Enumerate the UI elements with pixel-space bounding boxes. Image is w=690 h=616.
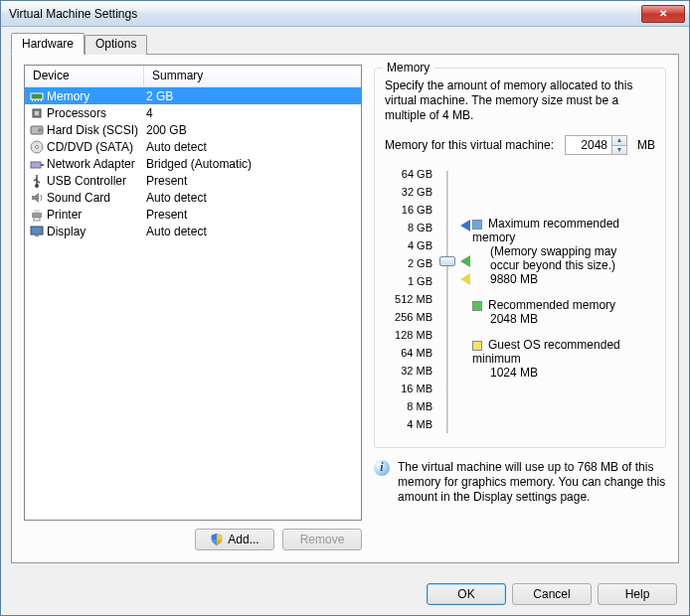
- usb-icon: [29, 173, 45, 189]
- cancel-button[interactable]: Cancel: [512, 583, 592, 605]
- memory-input[interactable]: [566, 136, 611, 154]
- tick-label: 1 GB: [385, 276, 432, 294]
- device-summary: Present: [144, 208, 357, 222]
- svg-rect-14: [32, 213, 42, 218]
- slider-thumb[interactable]: [439, 256, 455, 266]
- svg-point-10: [36, 145, 39, 148]
- svg-rect-3: [38, 99, 39, 101]
- header-summary[interactable]: Summary: [144, 66, 361, 86]
- tick-label: 128 MB: [385, 330, 432, 348]
- slider-area: 64 GB 32 GB 16 GB 8 GB 4 GB 2 GB 1 GB 51…: [385, 169, 655, 437]
- memory-unit: MB: [637, 138, 655, 152]
- device-summary: Present: [144, 174, 357, 188]
- display-icon: [29, 224, 45, 239]
- svg-rect-12: [41, 164, 44, 166]
- svg-rect-6: [35, 111, 39, 115]
- hdd-icon: [29, 122, 45, 138]
- memory-spinner[interactable]: ▲ ▼: [565, 135, 627, 155]
- device-name: Hard Disk (SCSI): [47, 123, 144, 137]
- footer: OK Cancel Help: [1, 573, 689, 615]
- help-button[interactable]: Help: [598, 583, 677, 605]
- left-pane: Device Summary Memory2 GBProcessors4Hard…: [24, 65, 362, 550]
- legend-max: Maximum recommended memory (Memory swapp…: [472, 217, 655, 286]
- tab-options[interactable]: Options: [85, 35, 147, 55]
- memory-group: Memory Specify the amount of memory allo…: [374, 68, 666, 448]
- list-item-usb-controller[interactable]: USB ControllerPresent: [25, 172, 361, 189]
- device-name: CD/DVD (SATA): [47, 140, 144, 154]
- list-body: Memory2 GBProcessors4Hard Disk (SCSI)200…: [25, 87, 361, 520]
- square-rec-icon: [472, 301, 482, 311]
- tab-body: Device Summary Memory2 GBProcessors4Hard…: [11, 54, 679, 563]
- spin-down[interactable]: ▼: [611, 146, 626, 155]
- list-item-processors[interactable]: Processors4: [25, 104, 361, 121]
- list-item-cd-dvd-sata-[interactable]: CD/DVD (SATA)Auto detect: [25, 138, 361, 155]
- info-text: The virtual machine will use up to 768 M…: [398, 460, 666, 505]
- memory-icon: [29, 88, 45, 104]
- right-pane: Memory Specify the amount of memory allo…: [374, 65, 666, 550]
- cpu-icon: [29, 105, 45, 121]
- device-name: Sound Card: [47, 191, 144, 205]
- list-item-memory[interactable]: Memory2 GB: [25, 87, 361, 104]
- tick-label: 512 MB: [385, 294, 432, 312]
- spin-buttons: ▲ ▼: [611, 136, 626, 154]
- tick-label: 8 GB: [385, 223, 432, 240]
- device-summary: Auto detect: [144, 191, 357, 205]
- close-button[interactable]: ✕: [641, 5, 685, 23]
- header-device[interactable]: Device: [25, 66, 144, 86]
- tick-label: 64 GB: [385, 169, 432, 187]
- list-item-display[interactable]: DisplayAuto detect: [25, 223, 361, 239]
- device-summary: Bridged (Automatic): [144, 157, 357, 171]
- device-summary: Auto detect: [144, 225, 357, 238]
- add-button[interactable]: Add...: [195, 529, 274, 550]
- tick-label: 4 GB: [385, 240, 432, 258]
- memory-row: Memory for this virtual machine: ▲ ▼ MB: [385, 135, 655, 155]
- svg-rect-0: [31, 93, 43, 99]
- spin-up[interactable]: ▲: [611, 136, 626, 146]
- device-name: Printer: [47, 208, 144, 222]
- device-list: Device Summary Memory2 GBProcessors4Hard…: [24, 65, 362, 521]
- add-label: Add...: [228, 533, 259, 546]
- slider-track[interactable]: [438, 169, 456, 437]
- list-item-printer[interactable]: PrinterPresent: [25, 206, 361, 223]
- device-name: USB Controller: [47, 174, 144, 188]
- titlebar[interactable]: Virtual Machine Settings ✕: [1, 1, 689, 27]
- tick-label: 16 GB: [385, 205, 432, 223]
- memory-label: Memory for this virtual machine:: [385, 138, 559, 152]
- marker-max-icon: [460, 220, 470, 231]
- svg-rect-18: [35, 234, 39, 236]
- device-name: Display: [47, 225, 144, 238]
- svg-rect-1: [32, 99, 33, 101]
- slider-ticks: 64 GB 32 GB 16 GB 8 GB 4 GB 2 GB 1 GB 51…: [385, 169, 432, 437]
- info-icon: i: [374, 460, 390, 476]
- tick-label: 16 MB: [385, 384, 432, 401]
- list-item-sound-card[interactable]: Sound CardAuto detect: [25, 189, 361, 206]
- ok-button[interactable]: OK: [427, 583, 506, 605]
- remove-button: Remove: [282, 529, 362, 550]
- device-summary: 4: [144, 106, 357, 120]
- device-name: Processors: [47, 106, 144, 120]
- tab-hardware[interactable]: Hardware: [11, 33, 85, 55]
- list-item-network-adapter[interactable]: Network AdapterBridged (Automatic): [25, 155, 361, 172]
- tick-label: 32 GB: [385, 187, 432, 205]
- tick-label: 64 MB: [385, 348, 432, 366]
- tick-label: 32 MB: [385, 366, 432, 384]
- slider-line: [446, 171, 448, 433]
- svg-rect-4: [41, 99, 42, 101]
- list-header: Device Summary: [25, 66, 361, 87]
- window-title: Virtual Machine Settings: [9, 7, 641, 21]
- svg-rect-16: [34, 218, 40, 221]
- memory-desc: Specify the amount of memory allocated t…: [385, 78, 655, 123]
- list-buttons: Add... Remove: [24, 529, 362, 550]
- svg-rect-15: [34, 210, 40, 213]
- tick-label: 4 MB: [385, 419, 432, 437]
- content: Hardware Options Device Summary Memory2 …: [1, 27, 689, 573]
- printer-icon: [29, 207, 45, 223]
- list-item-hard-disk-scsi-[interactable]: Hard Disk (SCSI)200 GB: [25, 121, 361, 138]
- cd-icon: [29, 139, 45, 155]
- marker-rec-icon: [460, 255, 470, 267]
- svg-rect-17: [31, 227, 43, 234]
- group-title: Memory: [383, 61, 433, 75]
- device-summary: Auto detect: [144, 140, 357, 154]
- device-summary: 2 GB: [144, 89, 357, 103]
- legend-rec: Recommended memory 2048 MB: [472, 298, 655, 326]
